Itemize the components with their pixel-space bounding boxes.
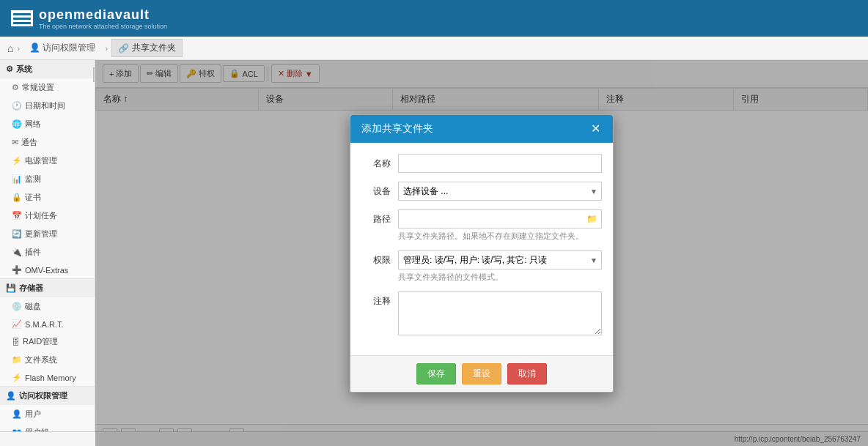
comment-label: 注释 [361, 291, 391, 308]
sidebar-item-filesystem[interactable]: 📁 文件系统 [0, 351, 95, 369]
dialog-close-button[interactable]: ✕ [589, 123, 602, 135]
path-input[interactable] [398, 209, 602, 228]
sidebar-item-power[interactable]: ⚡ 电源管理 [0, 152, 95, 170]
breadcrumb-shared-folders[interactable]: 🔗 共享文件夹 [111, 39, 183, 57]
logo: openmediavault The open network attached… [11, 7, 167, 30]
plugin-icon: 🔌 [12, 248, 22, 257]
sidebar-item-smart[interactable]: 📈 S.M.A.R.T. [0, 316, 95, 332]
folder-icon: 📁 [586, 214, 597, 224]
name-label: 名称 [361, 154, 391, 170]
header: openmediavault The open network attached… [0, 0, 868, 37]
logo-sub: The open network attached storage soluti… [39, 23, 167, 30]
sidebar-item-network[interactable]: 🌐 网络 [0, 115, 95, 133]
sidebar-item-cron[interactable]: 📅 计划任务 [0, 207, 95, 225]
cancel-button[interactable]: 取消 [507, 363, 547, 384]
flash-icon: ⚡ [12, 373, 22, 382]
sidebar-item-omv-extras[interactable]: ➕ OMV-Extras [0, 261, 95, 278]
breadcrumb-access-management[interactable]: 👤 访问权限管理 [23, 39, 101, 57]
calendar-icon: 📅 [12, 211, 22, 220]
user-icon: 👤 [29, 42, 40, 53]
network-icon: 🌐 [12, 119, 22, 129]
sidebar-item-disk[interactable]: 💿 磁盘 [0, 297, 95, 316]
sidebar-section-storage: 💾 存储器 💿 磁盘 📈 S.M.A.R.T. 🗄 RAID管理 📁 [0, 279, 95, 387]
path-hint: 共享文件夹路径。如果地不存在则建立指定文件夹。 [398, 231, 602, 242]
breadcrumb: ⌂ › 👤 访问权限管理 › 🔗 共享文件夹 [0, 37, 868, 60]
users-icon: 👤 [12, 409, 22, 419]
power-icon: ⚡ [12, 156, 22, 166]
dialog-header: 添加共享文件夹 ✕ [350, 115, 613, 143]
extras-icon: ➕ [12, 265, 22, 275]
sidebar-section-title-access[interactable]: 👤 访问权限管理 [0, 387, 95, 405]
sidebar-item-flash-memory[interactable]: ⚡ Flash Memory [0, 369, 95, 386]
settings-icon: ⚙ [12, 83, 19, 92]
permissions-hint: 共享文件夹路径的文件模式。 [398, 272, 602, 283]
name-input[interactable] [398, 154, 602, 173]
path-label: 路径 [361, 209, 391, 226]
form-row-device: 设备 选择设备 ... ▼ [361, 182, 602, 201]
sidebar-item-update[interactable]: 🔄 更新管理 [0, 225, 95, 243]
sidebar-item-users[interactable]: 👤 用户 [0, 405, 95, 423]
disk-icon: 💿 [12, 302, 22, 311]
sidebar-section-title-system[interactable]: ⚙ 系统 [0, 60, 95, 78]
logo-icon [11, 10, 33, 26]
form-row-permissions: 权限 管理员: 读/写, 用户: 读/写, 其它: 只读 ▼ 共享文件夹路径的文… [361, 250, 602, 283]
access-icon: 👤 [6, 391, 16, 401]
content-area: + 添加 ✏ 编辑 🔑 特权 🔒 ACL ✕ 删除 ▼ [95, 60, 868, 446]
logo-text: openmediavault The open network attached… [39, 7, 167, 30]
system-icon: ⚙ [6, 64, 13, 74]
dialog-body: 名称 设备 选择设备 ... ▼ [350, 143, 613, 355]
dialog-footer: 保存 重设 取消 [350, 355, 613, 392]
form-row-comment: 注释 [361, 291, 602, 335]
cert-icon: 🔒 [12, 193, 22, 202]
share-icon: 🔗 [118, 43, 129, 53]
add-shared-folder-dialog: 添加共享文件夹 ✕ 名称 设备 [350, 114, 614, 393]
sidebar-item-plugins[interactable]: 🔌 插件 [0, 243, 95, 261]
reset-button[interactable]: 重设 [462, 363, 501, 384]
sidebar-item-general-settings[interactable]: ⚙ 常规设置 [0, 78, 95, 97]
permissions-select[interactable]: 管理员: 读/写, 用户: 读/写, 其它: 只读 [398, 250, 602, 270]
mail-icon: ✉ [12, 138, 18, 147]
sidebar-item-certificate[interactable]: 🔒 证书 [0, 188, 95, 207]
main-layout: ◀ ⚙ 系统 ⚙ 常规设置 🕐 日期和时间 🌐 网络 [0, 60, 868, 446]
sidebar-item-raid[interactable]: 🗄 RAID管理 [0, 332, 95, 351]
raid-icon: 🗄 [12, 338, 20, 346]
comment-textarea[interactable] [398, 291, 602, 335]
sidebar-item-datetime[interactable]: 🕐 日期和时间 [0, 97, 95, 115]
device-select[interactable]: 选择设备 ... [398, 182, 602, 201]
filesystem-icon: 📁 [12, 355, 22, 365]
clock-icon: 🕐 [12, 101, 22, 111]
sidebar-item-monitor[interactable]: 📊 监测 [0, 170, 95, 188]
logo-main: openmediavault [39, 7, 167, 23]
permissions-label: 权限 [361, 250, 391, 267]
dialog-title: 添加共享文件夹 [361, 122, 433, 135]
update-icon: 🔄 [12, 229, 22, 239]
form-row-path: 路径 📁 共享文件夹路径。如果地不存在则建立指定文件夹。 [361, 209, 602, 242]
save-button[interactable]: 保存 [416, 363, 456, 384]
monitor-icon: 📊 [12, 174, 22, 184]
sidebar-item-notification[interactable]: ✉ 通告 [0, 133, 95, 152]
storage-icon: 💾 [6, 283, 16, 293]
device-label: 设备 [361, 182, 391, 198]
sidebar-section-system: ⚙ 系统 ⚙ 常规设置 🕐 日期和时间 🌐 网络 ✉ 通告 [0, 60, 95, 279]
sidebar-section-title-storage[interactable]: 💾 存储器 [0, 279, 95, 297]
smart-icon: 📈 [12, 319, 22, 329]
sidebar: ◀ ⚙ 系统 ⚙ 常规设置 🕐 日期和时间 🌐 网络 [0, 60, 95, 446]
home-icon[interactable]: ⌂ [7, 42, 13, 54]
form-row-name: 名称 [361, 154, 602, 173]
modal-overlay: 添加共享文件夹 ✕ 名称 设备 [95, 60, 868, 446]
